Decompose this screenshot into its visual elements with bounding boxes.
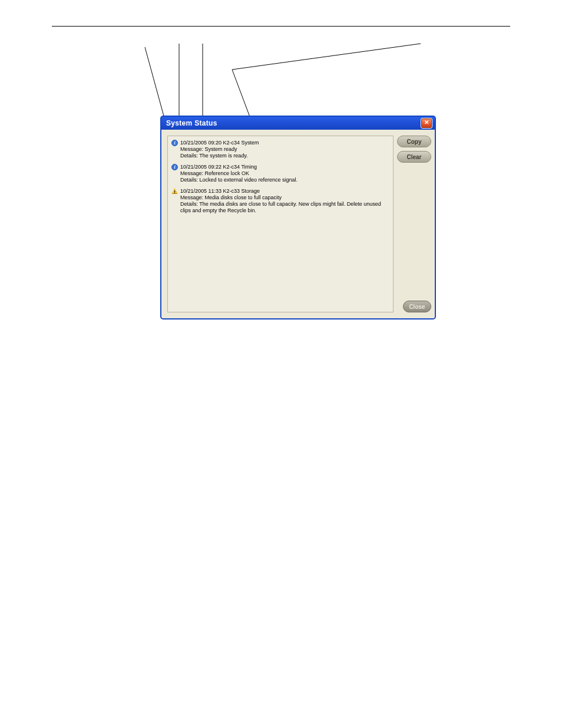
clear-button[interactable]: Clear	[397, 151, 431, 163]
svg-line-4	[232, 70, 250, 117]
page-rule	[52, 26, 510, 27]
info-icon	[171, 164, 178, 170]
window-title: System Status	[166, 119, 421, 127]
entry-details: Details: The media disks are close to fu…	[180, 201, 389, 214]
entry-details: Details: Locked to external video refere…	[180, 177, 389, 183]
status-entry: 10/21/2005 11:33 K2-c33 Storage Message:…	[171, 188, 389, 214]
entry-details: Details: The system is ready.	[180, 153, 389, 159]
svg-line-0	[145, 47, 165, 120]
entry-message: Message: Media disks close to full capac…	[180, 195, 389, 201]
close-icon[interactable]	[421, 118, 432, 129]
close-button[interactable]: Close	[403, 301, 431, 312]
status-message-pane: 10/21/2005 09:20 K2-c34 System Message: …	[167, 136, 394, 312]
side-buttons: Copy Clear Close	[397, 130, 435, 318]
entry-header: 10/21/2005 09:20 K2-c34 System	[180, 140, 259, 146]
entry-message: Message: Reference lock OK	[180, 170, 389, 177]
titlebar[interactable]: System Status	[161, 117, 435, 130]
status-entry: 10/21/2005 09:22 K2-c34 Timing Message: …	[171, 164, 389, 183]
system-status-dialog: System Status 10/21/2005 09:20 K2-c34 Sy…	[160, 116, 436, 319]
info-icon	[171, 140, 178, 146]
svg-line-3	[232, 44, 421, 70]
status-entry: 10/21/2005 09:20 K2-c34 System Message: …	[171, 140, 389, 159]
annotation-lines	[144, 40, 444, 123]
copy-button[interactable]: Copy	[397, 136, 431, 147]
warning-icon	[171, 188, 178, 194]
entry-header: 10/21/2005 11:33 K2-c33 Storage	[180, 188, 260, 195]
entry-header: 10/21/2005 09:22 K2-c34 Timing	[180, 164, 257, 170]
entry-message: Message: System ready	[180, 146, 389, 153]
